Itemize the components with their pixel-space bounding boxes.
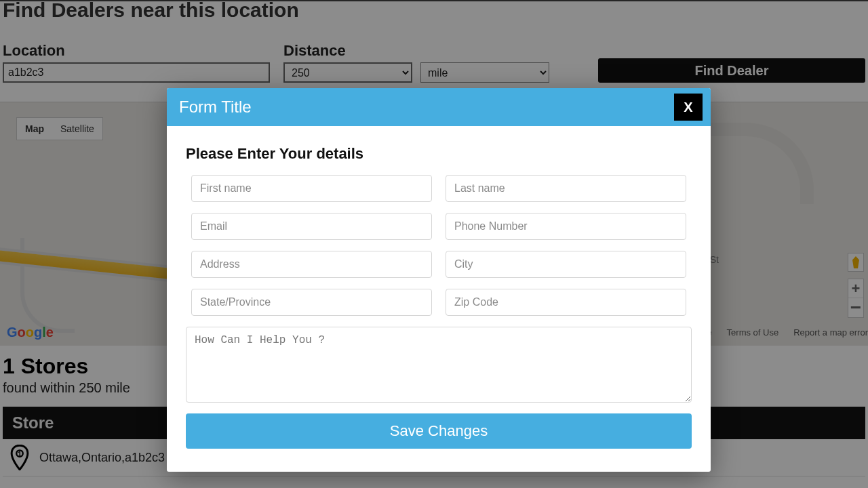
last-name-field[interactable] bbox=[446, 175, 686, 202]
email-field[interactable] bbox=[191, 213, 432, 240]
modal-header: Form Title X bbox=[167, 88, 711, 126]
close-button[interactable]: X bbox=[674, 94, 703, 121]
city-field[interactable] bbox=[446, 251, 686, 278]
modal-subtitle: Please Enter Your details bbox=[186, 145, 692, 163]
save-button[interactable]: Save Changes bbox=[186, 413, 692, 449]
state-field[interactable] bbox=[191, 289, 432, 316]
details-modal: Form Title X Please Enter Your details S… bbox=[167, 88, 711, 472]
phone-field[interactable] bbox=[446, 213, 686, 240]
message-textarea[interactable] bbox=[186, 327, 692, 403]
close-icon: X bbox=[684, 100, 692, 115]
address-field[interactable] bbox=[191, 251, 432, 278]
modal-body: Please Enter Your details Save Changes bbox=[167, 126, 711, 472]
modal-title: Form Title bbox=[179, 98, 252, 116]
zip-field[interactable] bbox=[446, 289, 686, 316]
first-name-field[interactable] bbox=[191, 175, 432, 202]
